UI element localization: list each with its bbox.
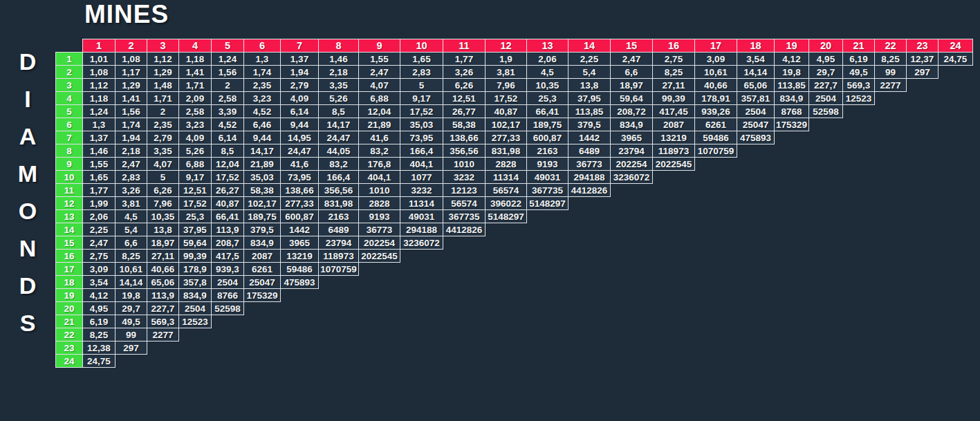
multiplier-cell: 227,7 <box>147 302 179 315</box>
multiplier-cell: 569,3 <box>147 315 179 328</box>
multiplier-cell: 2,06 <box>83 210 115 223</box>
multiplier-cell: 41,6 <box>359 131 400 144</box>
diamonds-row-header: 1 <box>56 53 83 66</box>
multiplier-cell: 2,18 <box>319 66 359 79</box>
multiplier-cell: 297 <box>115 342 147 355</box>
multiplier-cell: 1,41 <box>179 66 212 79</box>
multiplier-cell: 2163 <box>527 144 568 158</box>
multiplier-cell: 1,08 <box>115 53 147 66</box>
multiplier-cell: 2,47 <box>115 158 147 171</box>
multiplier-cell: 3,54 <box>737 53 775 66</box>
multiplier-cell: 6,14 <box>281 105 319 118</box>
multiplier-cell: 1,74 <box>115 118 147 131</box>
multiplier-cell: 175329 <box>244 289 281 302</box>
diamonds-row-header: 18 <box>56 276 83 289</box>
table-row: 111,773,266,2612,5126,2758,38138,66356,5… <box>56 184 973 197</box>
multiplier-cell: 6,26 <box>147 184 179 197</box>
multiplier-cell: 1010 <box>443 158 486 171</box>
multiplier-cell: 277,33 <box>486 131 527 144</box>
multiplier-cell: 4,12 <box>775 53 809 66</box>
multiplier-cell: 356,56 <box>319 184 359 197</box>
diamonds-axis-letter: S <box>20 304 36 342</box>
multiplier-cell: 2504 <box>179 302 212 315</box>
multiplier-cell: 102,17 <box>244 197 281 210</box>
multiplier-cell: 40,87 <box>486 105 527 118</box>
multiplier-cell: 5,26 <box>179 144 212 158</box>
diamonds-row-header: 12 <box>56 197 83 210</box>
multiplier-cell: 6,19 <box>83 315 115 328</box>
multiplier-cell: 59486 <box>695 131 737 144</box>
table-body: 11,011,081,121,181,241,31,371,461,551,65… <box>56 53 973 368</box>
multiplier-cell: 1,41 <box>115 92 147 105</box>
corner-spacer <box>56 39 83 53</box>
multiplier-cell: 5,4 <box>115 223 147 236</box>
multiplier-cell: 2,58 <box>212 92 244 105</box>
diamonds-row-header: 4 <box>56 92 83 105</box>
multiplier-cell: 49031 <box>400 210 443 223</box>
mines-column-header: 21 <box>843 39 875 53</box>
multiplier-cell: 8,25 <box>115 250 147 263</box>
multiplier-cell: 1,08 <box>83 66 115 79</box>
multiplier-cell: 23794 <box>319 236 359 250</box>
multiplier-cell: 13,8 <box>147 223 179 236</box>
multiplier-cell: 25,3 <box>527 92 568 105</box>
diamonds-row-header: 14 <box>56 223 83 236</box>
multiplier-cell: 99,39 <box>179 250 212 263</box>
multiplier-cell: 49031 <box>527 171 568 184</box>
multiplier-cell: 99,39 <box>653 92 695 105</box>
multiplier-cell: 3965 <box>611 131 653 144</box>
multiplier-cell: 2,75 <box>653 53 695 66</box>
multiplier-cell: 1,48 <box>147 79 179 92</box>
diamonds-row-header: 17 <box>56 263 83 276</box>
multiplier-cell: 18,97 <box>147 236 179 250</box>
multiplier-cell: 1077 <box>400 171 443 184</box>
diamonds-row-header: 21 <box>56 315 83 328</box>
multiplier-cell: 12,51 <box>443 92 486 105</box>
multiplier-cell: 37,95 <box>179 223 212 236</box>
multiplier-cell: 475893 <box>281 276 319 289</box>
multiplier-cell: 1,74 <box>244 66 281 79</box>
multiplier-cell: 24,75 <box>939 53 973 66</box>
table-row: 152,476,618,9759,64208,7834,939652379420… <box>56 236 973 250</box>
multiplier-cell: 6489 <box>319 223 359 236</box>
table-row: 173,0910,6140,66178,9939,362615948610707… <box>56 263 973 276</box>
multiplier-cell: 7,96 <box>147 197 179 210</box>
multiplier-cell: 1,55 <box>83 158 115 171</box>
table-row: 121,993,817,9617,5240,87102,17277,33831,… <box>56 197 973 210</box>
multiplier-cell: 1,18 <box>83 92 115 105</box>
multiplier-cell: 3,81 <box>115 197 147 210</box>
mines-column-header: 3 <box>147 39 179 53</box>
multiplier-cell: 2,83 <box>400 66 443 79</box>
multiplier-cell: 9,44 <box>281 118 319 131</box>
multiplier-cell: 58,38 <box>244 184 281 197</box>
diamonds-axis-letter: A <box>19 118 37 155</box>
multiplier-cell: 2277 <box>875 79 907 92</box>
multiplier-cell: 1,56 <box>212 66 244 79</box>
multiplier-cell: 2504 <box>737 105 775 118</box>
multiplier-cell: 2504 <box>809 92 843 105</box>
mines-column-header: 10 <box>400 39 443 53</box>
diamonds-axis-label: DIAMONDS <box>11 43 44 342</box>
multiplier-cell: 475893 <box>737 131 775 144</box>
page-background: MINES DIAMONDS 1234567891011121314151617… <box>0 0 980 421</box>
multiplier-cell: 1010 <box>359 184 400 197</box>
multiplier-cell: 3965 <box>281 236 319 250</box>
diamonds-row-header: 23 <box>56 342 83 355</box>
diamonds-row-header: 10 <box>56 171 83 184</box>
multiplier-cell: 6,14 <box>212 131 244 144</box>
multiplier-cell: 367735 <box>527 184 568 197</box>
table-row: 61,31,742,353,234,526,469,4414,1721,8935… <box>56 118 973 131</box>
multiplier-cell: 831,98 <box>319 197 359 210</box>
multiplier-cell: 1,29 <box>147 66 179 79</box>
table-row: 194,1219,8113,9834,98766175329 <box>56 289 973 302</box>
multiplier-cell: 277,33 <box>281 197 319 210</box>
multiplier-cell: 1,29 <box>115 79 147 92</box>
mines-column-header: 1 <box>83 39 115 53</box>
multiplier-cell: 40,87 <box>212 197 244 210</box>
multiplier-cell: 29,7 <box>115 302 147 315</box>
multiplier-cell: 1,37 <box>281 53 319 66</box>
table-row: 2312,38297 <box>56 342 973 355</box>
multiplier-cell: 6,6 <box>611 66 653 79</box>
multiplier-cell: 9,44 <box>244 131 281 144</box>
multiplier-cell: 3,26 <box>115 184 147 197</box>
